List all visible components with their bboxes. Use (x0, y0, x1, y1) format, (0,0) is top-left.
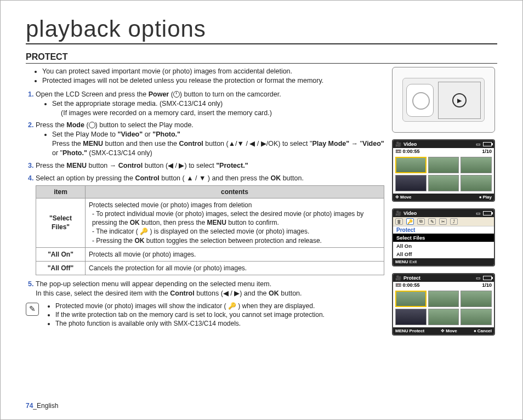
label: Move (400, 195, 411, 200)
thumbnail (395, 291, 427, 307)
counter: 1/10 (482, 149, 492, 154)
video-icon: 🎥 (395, 211, 401, 216)
bold: Video" (362, 140, 384, 147)
text: button. (279, 290, 302, 297)
card-icon: ▭ (476, 141, 481, 147)
label: Play (483, 195, 492, 200)
dot-icon: ● (474, 328, 476, 333)
text: Press the (36, 162, 66, 169)
lcd-top-bar: 🎥Video ▭ (393, 209, 494, 217)
camcorder-lens (406, 84, 434, 117)
cell-contents: Cancels the protection for all movie (or… (86, 261, 384, 275)
text: Open the LCD Screen and press the (36, 90, 149, 98)
intro-item: Protected images will not be deleted unl… (42, 76, 384, 86)
note-icon: ✎ (26, 303, 39, 316)
bold: Control (118, 162, 143, 169)
video-icon: 🎥 (395, 141, 401, 147)
document-page: playback options PROTECT You can protect… (0, 0, 523, 420)
bold-power: Power (149, 90, 169, 98)
camcorder-illustration: ▶ (392, 67, 495, 133)
table-row: "All On" Protects all movie (or photo) i… (36, 247, 384, 261)
lcd-top-bar: 🎥Video ▭ (393, 140, 494, 148)
thumbnail-grid (393, 155, 494, 194)
key-icon: 🔑 (406, 218, 414, 225)
text: The pop-up selection menu will appear de… (36, 280, 271, 288)
intro-item: You can protect saved important movie (o… (42, 67, 384, 76)
lcd-screen-3: 🎥Protect ▭ 📼 0:00:55 1/10 MENU Protect (392, 273, 495, 336)
menu-item-all-off: All Off (393, 250, 494, 258)
notes-block: ✎ Protected movie (or photo) images will… (26, 302, 384, 328)
cell-contents: Protects all movie (or photo) images. (86, 247, 384, 261)
lcd-screen-2: 🎥Video ▭ 🗑 🔑 ⧉ ✎ ✂ ⤴ Protect Select File… (392, 208, 495, 266)
text: In this case, select the desired item wi… (36, 290, 170, 297)
bold: OK (130, 219, 140, 226)
counter: 1/10 (482, 282, 492, 288)
play-icon: ▶ (452, 93, 467, 107)
bold: MENU (66, 162, 87, 169)
menu-item-all-on: All On (393, 242, 494, 250)
power-icon (173, 91, 180, 98)
bold: Play Mode" (312, 140, 349, 147)
left-column: You can protect saved important movie (o… (26, 67, 384, 342)
bold: MENU (83, 140, 103, 147)
battery-icon (483, 276, 492, 280)
bold: Control (135, 174, 159, 182)
copy-icon: ⧉ (417, 218, 425, 225)
th-contents: contents (86, 185, 384, 198)
lcd-sub-bar: 📼 0:00:55 1/10 (393, 148, 494, 155)
lcd-bottom-bar: ✥ Move ● Play (393, 194, 494, 201)
bold-mode: Mode (66, 121, 84, 129)
menu-label: MENU (395, 259, 408, 264)
joystick-icon: ✥ (441, 328, 445, 333)
step-3: Press the MENU button → Control button (… (36, 161, 384, 171)
cell-item: "All Off" (36, 261, 86, 275)
note-item: If the write protection tab on the memor… (55, 310, 325, 319)
text: button and then use the (103, 140, 179, 147)
menu-icon-row: 🗑 🔑 ⧉ ✎ ✂ ⤴ (393, 217, 494, 226)
lcd-sub-bar: 📼 0:00:55 1/10 (393, 282, 494, 288)
thumbnail (461, 309, 492, 325)
substep: Set the Play Mode to "Video" or "Photo."… (52, 130, 384, 158)
text: button → (87, 162, 118, 169)
note-item: Protected movie (or photo) images will s… (55, 302, 325, 310)
bold: "Video" (118, 130, 143, 138)
video-icon: 🎥 (395, 275, 401, 281)
text: button to confirm. (226, 219, 279, 226)
joystick-icon: ✥ (395, 195, 399, 200)
page-title: playback options (26, 16, 497, 44)
text: Select an option by pressing the (36, 174, 135, 182)
text: Press the (36, 121, 66, 129)
table-header-row: item contents (36, 185, 384, 198)
bold: Photo." (62, 149, 87, 157)
camcorder-body: ▶ (402, 78, 485, 122)
th-item: item (36, 185, 86, 198)
text: The indicator ( 🔑 ) is displayed on the … (96, 228, 309, 235)
right-column: ▶ 🎥Video ▭ 📼 0:00:55 1/10 (392, 67, 497, 342)
time: 📼 0:00:55 (395, 282, 420, 288)
thumbnail (395, 175, 427, 191)
intro-list: You can protect saved important movie (o… (42, 67, 384, 86)
notes-list: Protected movie (or photo) images will s… (55, 302, 325, 328)
text: Set the appropriate storage media. (SMX-… (52, 100, 223, 107)
text: → " (349, 140, 362, 147)
edit-icon: ✎ (428, 218, 436, 225)
divide-icon: ✂ (439, 218, 447, 225)
text: button toggles the selection between pro… (144, 237, 322, 245)
table-row: "Select Files" Protects selected movie (… (36, 198, 384, 247)
label: Video (403, 141, 417, 147)
label: Video (403, 211, 417, 216)
text: (SMX-C13/C14 only) (87, 149, 152, 157)
thumbnail (428, 157, 459, 173)
note-item: The photo function is available only wit… (55, 319, 325, 328)
text: (If images were recorded on a memory car… (61, 109, 272, 117)
text: Protects selected movie (or photo) image… (89, 201, 252, 209)
page-footer: 74_English (26, 402, 58, 410)
thumbnail (428, 309, 459, 325)
text: button. (281, 174, 304, 182)
cell-item: "All On" (36, 247, 86, 261)
text: Pressing the (96, 237, 134, 245)
battery-icon (483, 142, 492, 146)
thumbnail-grid (393, 288, 494, 327)
table-row: "All Off" Cancels the protection for all… (36, 261, 384, 275)
text: button ( ▲ / ▼ ) and then press the (160, 174, 271, 182)
